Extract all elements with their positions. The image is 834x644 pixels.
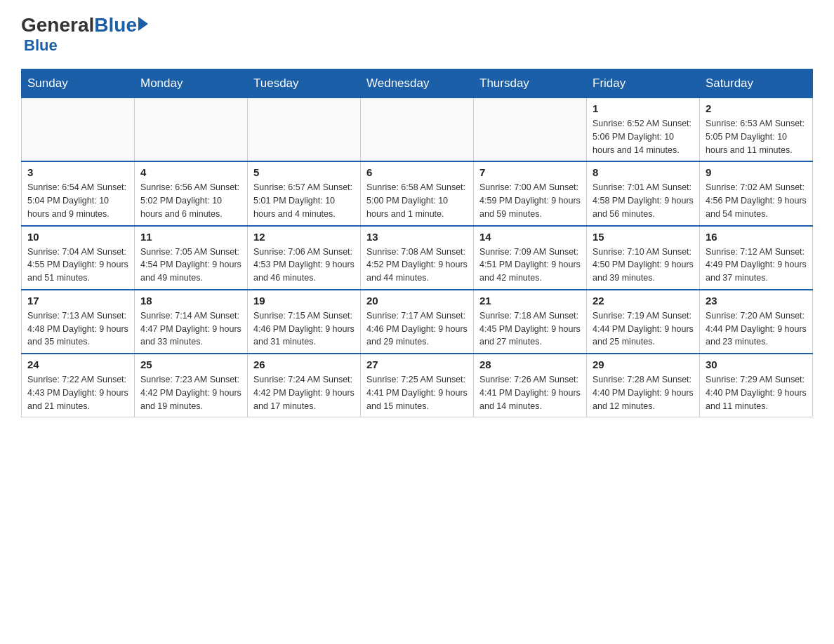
- calendar-cell: 30Sunrise: 7:29 AM Sunset: 4:40 PM Dayli…: [700, 354, 813, 417]
- calendar-body: 1Sunrise: 6:52 AM Sunset: 5:06 PM Daylig…: [22, 98, 813, 417]
- logo-blue: Blue: [94, 14, 137, 36]
- calendar-cell: 3Sunrise: 6:54 AM Sunset: 5:04 PM Daylig…: [22, 161, 135, 225]
- day-number: 18: [140, 295, 241, 307]
- calendar-cell: 6Sunrise: 6:58 AM Sunset: 5:00 PM Daylig…: [361, 161, 474, 225]
- day-number: 26: [253, 358, 355, 370]
- calendar-cell: 9Sunrise: 7:02 AM Sunset: 4:56 PM Daylig…: [700, 161, 813, 225]
- calendar-cell: 13Sunrise: 7:08 AM Sunset: 4:52 PM Dayli…: [361, 226, 474, 290]
- day-number: 23: [706, 295, 807, 307]
- calendar-cell: 26Sunrise: 7:24 AM Sunset: 4:42 PM Dayli…: [248, 354, 361, 417]
- day-number: 22: [593, 295, 694, 307]
- calendar-cell: 24Sunrise: 7:22 AM Sunset: 4:43 PM Dayli…: [22, 354, 135, 417]
- calendar-cell: 16Sunrise: 7:12 AM Sunset: 4:49 PM Dayli…: [700, 226, 813, 290]
- day-number: 13: [366, 231, 468, 243]
- day-header-wednesday: Wednesday: [361, 69, 474, 98]
- day-header-thursday: Thursday: [474, 69, 587, 98]
- calendar-header-row: SundayMondayTuesdayWednesdayThursdayFrid…: [22, 69, 813, 98]
- calendar-cell: 19Sunrise: 7:15 AM Sunset: 4:46 PM Dayli…: [248, 290, 361, 354]
- page-header: General Blue Blue: [21, 14, 813, 55]
- calendar-cell: [22, 98, 135, 162]
- calendar-cell: 8Sunrise: 7:01 AM Sunset: 4:58 PM Daylig…: [587, 161, 700, 225]
- calendar-cell: 22Sunrise: 7:19 AM Sunset: 4:44 PM Dayli…: [587, 290, 700, 354]
- calendar-cell: [248, 98, 361, 162]
- logo-sub: Blue: [24, 36, 58, 55]
- calendar-cell: 17Sunrise: 7:13 AM Sunset: 4:48 PM Dayli…: [22, 290, 135, 354]
- day-info: Sunrise: 7:18 AM Sunset: 4:45 PM Dayligh…: [479, 309, 581, 349]
- calendar-week-4: 17Sunrise: 7:13 AM Sunset: 4:48 PM Dayli…: [22, 290, 813, 354]
- day-number: 12: [253, 231, 355, 243]
- day-info: Sunrise: 7:22 AM Sunset: 4:43 PM Dayligh…: [27, 373, 128, 412]
- calendar-cell: 7Sunrise: 7:00 AM Sunset: 4:59 PM Daylig…: [474, 161, 587, 225]
- calendar-cell: 29Sunrise: 7:28 AM Sunset: 4:40 PM Dayli…: [587, 354, 700, 417]
- day-info: Sunrise: 7:23 AM Sunset: 4:42 PM Dayligh…: [140, 373, 241, 412]
- day-number: 29: [593, 358, 694, 370]
- day-header-friday: Friday: [587, 69, 700, 98]
- day-info: Sunrise: 7:24 AM Sunset: 4:42 PM Dayligh…: [253, 373, 355, 412]
- day-info: Sunrise: 6:58 AM Sunset: 5:00 PM Dayligh…: [366, 181, 468, 220]
- day-number: 17: [27, 295, 128, 307]
- logo-arrow-icon: [138, 17, 148, 31]
- day-info: Sunrise: 7:29 AM Sunset: 4:40 PM Dayligh…: [706, 373, 807, 412]
- day-header-sunday: Sunday: [22, 69, 135, 98]
- day-info: Sunrise: 7:14 AM Sunset: 4:47 PM Dayligh…: [140, 309, 241, 349]
- day-number: 25: [140, 358, 241, 370]
- calendar-cell: [135, 98, 248, 162]
- day-info: Sunrise: 6:52 AM Sunset: 5:06 PM Dayligh…: [593, 117, 694, 156]
- calendar-cell: 10Sunrise: 7:04 AM Sunset: 4:55 PM Dayli…: [22, 226, 135, 290]
- calendar-cell: 23Sunrise: 7:20 AM Sunset: 4:44 PM Dayli…: [700, 290, 813, 354]
- day-info: Sunrise: 7:02 AM Sunset: 4:56 PM Dayligh…: [706, 181, 807, 220]
- day-header-saturday: Saturday: [700, 69, 813, 98]
- calendar-cell: 11Sunrise: 7:05 AM Sunset: 4:54 PM Dayli…: [135, 226, 248, 290]
- calendar-week-3: 10Sunrise: 7:04 AM Sunset: 4:55 PM Dayli…: [22, 226, 813, 290]
- day-number: 7: [479, 166, 581, 178]
- day-number: 2: [706, 102, 807, 114]
- calendar-cell: 15Sunrise: 7:10 AM Sunset: 4:50 PM Dayli…: [587, 226, 700, 290]
- day-info: Sunrise: 6:53 AM Sunset: 5:05 PM Dayligh…: [706, 117, 807, 156]
- day-number: 1: [593, 102, 694, 114]
- calendar-cell: 4Sunrise: 6:56 AM Sunset: 5:02 PM Daylig…: [135, 161, 248, 225]
- calendar-cell: 2Sunrise: 6:53 AM Sunset: 5:05 PM Daylig…: [700, 98, 813, 162]
- day-number: 24: [27, 358, 128, 370]
- day-header-monday: Monday: [135, 69, 248, 98]
- day-number: 19: [253, 295, 355, 307]
- day-number: 6: [366, 166, 468, 178]
- day-info: Sunrise: 6:54 AM Sunset: 5:04 PM Dayligh…: [27, 181, 128, 220]
- logo-general: General: [21, 14, 94, 36]
- day-number: 3: [27, 166, 128, 178]
- day-info: Sunrise: 6:56 AM Sunset: 5:02 PM Dayligh…: [140, 181, 241, 220]
- day-info: Sunrise: 7:06 AM Sunset: 4:53 PM Dayligh…: [253, 246, 355, 285]
- calendar-cell: [474, 98, 587, 162]
- calendar-cell: 14Sunrise: 7:09 AM Sunset: 4:51 PM Dayli…: [474, 226, 587, 290]
- calendar-cell: [361, 98, 474, 162]
- calendar-cell: 21Sunrise: 7:18 AM Sunset: 4:45 PM Dayli…: [474, 290, 587, 354]
- calendar-cell: 27Sunrise: 7:25 AM Sunset: 4:41 PM Dayli…: [361, 354, 474, 417]
- day-number: 30: [706, 358, 807, 370]
- day-info: Sunrise: 7:00 AM Sunset: 4:59 PM Dayligh…: [479, 181, 581, 220]
- day-info: Sunrise: 7:26 AM Sunset: 4:41 PM Dayligh…: [479, 373, 581, 412]
- calendar-week-2: 3Sunrise: 6:54 AM Sunset: 5:04 PM Daylig…: [22, 161, 813, 225]
- day-number: 28: [479, 358, 581, 370]
- day-info: Sunrise: 7:17 AM Sunset: 4:46 PM Dayligh…: [366, 309, 468, 349]
- calendar-cell: 28Sunrise: 7:26 AM Sunset: 4:41 PM Dayli…: [474, 354, 587, 417]
- day-info: Sunrise: 7:04 AM Sunset: 4:55 PM Dayligh…: [27, 246, 128, 285]
- day-info: Sunrise: 6:57 AM Sunset: 5:01 PM Dayligh…: [253, 181, 355, 220]
- calendar-cell: 5Sunrise: 6:57 AM Sunset: 5:01 PM Daylig…: [248, 161, 361, 225]
- day-info: Sunrise: 7:05 AM Sunset: 4:54 PM Dayligh…: [140, 246, 241, 285]
- day-number: 27: [366, 358, 468, 370]
- day-info: Sunrise: 7:19 AM Sunset: 4:44 PM Dayligh…: [593, 309, 694, 349]
- day-number: 15: [593, 231, 694, 243]
- day-number: 16: [706, 231, 807, 243]
- calendar-cell: 12Sunrise: 7:06 AM Sunset: 4:53 PM Dayli…: [248, 226, 361, 290]
- calendar-cell: 18Sunrise: 7:14 AM Sunset: 4:47 PM Dayli…: [135, 290, 248, 354]
- calendar-table: SundayMondayTuesdayWednesdayThursdayFrid…: [21, 69, 813, 417]
- day-number: 20: [366, 295, 468, 307]
- day-info: Sunrise: 7:09 AM Sunset: 4:51 PM Dayligh…: [479, 246, 581, 285]
- day-info: Sunrise: 7:10 AM Sunset: 4:50 PM Dayligh…: [593, 246, 694, 285]
- logo: General Blue Blue: [21, 14, 148, 55]
- day-number: 5: [253, 166, 355, 178]
- calendar-week-5: 24Sunrise: 7:22 AM Sunset: 4:43 PM Dayli…: [22, 354, 813, 417]
- day-number: 21: [479, 295, 581, 307]
- day-info: Sunrise: 7:15 AM Sunset: 4:46 PM Dayligh…: [253, 309, 355, 349]
- day-info: Sunrise: 7:25 AM Sunset: 4:41 PM Dayligh…: [366, 373, 468, 412]
- day-header-tuesday: Tuesday: [248, 69, 361, 98]
